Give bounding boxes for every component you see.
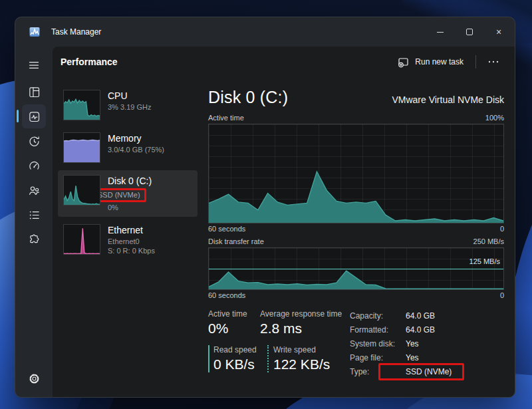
transfer-rate-chart-label: Disk transfer rate <box>208 237 264 245</box>
memory-label: Memory <box>108 133 164 145</box>
type-value-highlight-annotation: SSD (NVMe) <box>378 363 464 380</box>
window-title: Task Manager <box>51 27 101 37</box>
nav-item-details[interactable] <box>22 203 46 227</box>
avg-response-stat-label: Average response time <box>260 309 342 319</box>
active-time-x-left: 60 seconds <box>208 225 245 233</box>
close-icon: × <box>496 27 501 37</box>
sidebar-item-cpu[interactable]: CPU 3% 3.19 GHz <box>58 85 198 125</box>
disk-type-highlight-annotation: SSD (NVMe) <box>94 188 146 202</box>
read-speed-label: Read speed <box>213 345 267 354</box>
navigation-rail <box>15 47 53 397</box>
titlebar[interactable]: Task Manager × <box>15 17 515 47</box>
gauge-icon <box>28 160 41 172</box>
page-file-row: Page file: Yes <box>350 353 504 362</box>
ethernet-speed-text: S: 0 R: 0 Kbps <box>108 246 155 255</box>
active-time-x-right: 0 <box>500 225 504 233</box>
settings-button[interactable] <box>23 368 45 389</box>
hamburger-icon <box>28 59 40 71</box>
cpu-label: CPU <box>108 90 151 102</box>
memory-usage-text: 3.0/4.0 GB (75%) <box>108 145 164 154</box>
system-disk-row: System disk: Yes <box>350 339 504 348</box>
transfer-rate-x-left: 60 seconds <box>208 291 245 299</box>
run-new-task-label: Run new task <box>415 57 464 67</box>
task-manager-app-icon <box>29 27 40 37</box>
nav-item-app-history[interactable] <box>22 129 46 153</box>
page-header: Performance Run new task <box>53 47 515 77</box>
disk-device-name: VMware Virtual NVMe Disk <box>392 94 504 105</box>
ethernet-adapter-text: Ethernet0 <box>108 237 155 246</box>
avg-response-stat-value: 2.8 ms <box>260 321 342 337</box>
nav-item-performance[interactable] <box>22 104 46 128</box>
task-manager-window: Task Manager × <box>15 17 515 398</box>
disk-mini-chart <box>63 175 100 205</box>
ethernet-label: Ethernet <box>108 225 155 237</box>
active-time-stat-value: 0% <box>208 321 260 337</box>
minimize-button[interactable] <box>426 21 455 43</box>
active-time-chart-max: 100% <box>485 114 504 122</box>
disk-detail-pane: Disk 0 (C:) VMware Virtual NVMe Disk Act… <box>208 85 504 397</box>
disk-stats: Active time 0% Average response time 2.8… <box>208 309 349 381</box>
sidebar-item-memory[interactable]: Memory 3.0/4.0 GB (75%) <box>58 128 198 168</box>
ellipsis-icon <box>488 61 499 63</box>
minimize-icon <box>437 32 444 33</box>
sidebar-item-disk0[interactable]: Disk 0 (C:) SSD (NVMe) 0% <box>58 170 198 217</box>
memory-mini-chart <box>63 132 100 163</box>
capacity-row: Capacity: 64.0 GB <box>350 311 504 321</box>
nav-item-startup-apps[interactable] <box>22 154 46 178</box>
header-divider <box>475 55 476 68</box>
disk-properties: Capacity: 64.0 GB Formatted: 64.0 GB Sys… <box>349 309 504 381</box>
active-time-chart <box>208 124 504 223</box>
performance-sidebar: CPU 3% 3.19 GHz Memory 3.0/4.0 GB (75%) <box>58 85 198 397</box>
sidebar-item-ethernet[interactable]: Ethernet Ethernet0 S: 0 R: 0 Kbps <box>58 219 198 260</box>
disk-pane-title: Disk 0 (C:) <box>208 88 288 107</box>
active-time-stat-label: Active time <box>208 309 260 319</box>
formatted-row: Formatted: 64.0 GB <box>350 325 504 335</box>
nav-item-processes[interactable] <box>22 80 46 104</box>
cpu-usage-text: 3% 3.19 GHz <box>108 102 151 112</box>
performance-icon <box>28 110 41 123</box>
disk-usage-text: 0% <box>108 203 152 212</box>
write-speed-label: Write speed <box>273 345 330 354</box>
ethernet-mini-chart <box>63 224 100 255</box>
content-panel: Performance Run new task <box>53 47 515 397</box>
nav-item-services[interactable] <box>22 227 46 251</box>
maximize-icon <box>466 29 473 35</box>
close-button[interactable]: × <box>484 21 513 43</box>
nav-item-users[interactable] <box>22 178 46 202</box>
transfer-rate-chart-max: 250 MB/s <box>473 237 504 245</box>
type-row: Type: SSD (NVMe) <box>350 367 504 376</box>
run-new-task-button[interactable]: Run new task <box>391 53 470 72</box>
users-icon <box>28 184 41 197</box>
write-speed-value: 122 KB/s <box>273 356 330 372</box>
page-title: Performance <box>61 57 118 67</box>
active-time-chart-label: Active time <box>208 114 244 122</box>
history-clock-icon <box>28 135 41 148</box>
transfer-rate-x-right: 0 <box>500 291 504 299</box>
new-task-icon <box>398 57 409 68</box>
details-list-icon <box>28 209 41 221</box>
processes-icon <box>28 86 41 98</box>
gear-icon <box>28 372 41 385</box>
disk-label: Disk 0 (C:) <box>108 176 152 188</box>
cpu-mini-chart <box>63 90 100 120</box>
menu-toggle-button[interactable] <box>23 55 45 76</box>
maximize-button[interactable] <box>455 21 484 43</box>
services-puzzle-icon <box>28 233 41 246</box>
transfer-rate-mid-gridline <box>209 269 503 269</box>
read-speed-value: 0 KB/s <box>213 356 267 372</box>
transfer-rate-chart: 125 MB/s <box>208 247 504 290</box>
more-options-button[interactable] <box>481 55 505 68</box>
